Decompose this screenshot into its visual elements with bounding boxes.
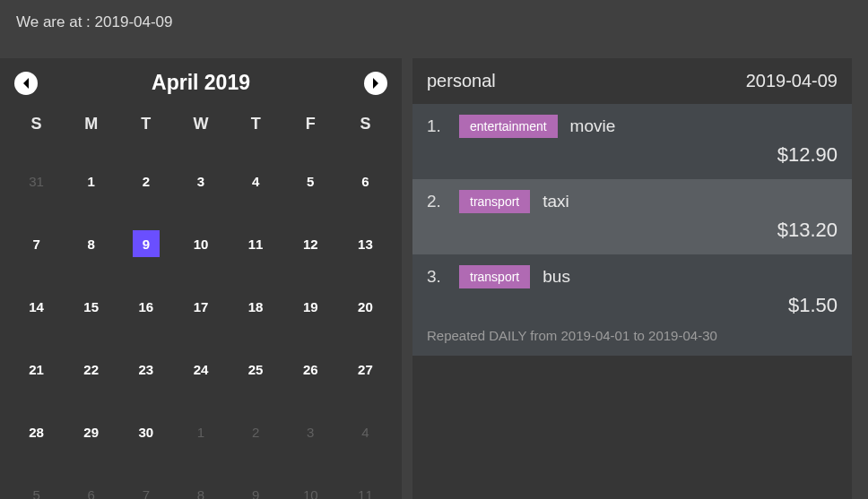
- calendar-day[interactable]: 2: [118, 150, 173, 212]
- calendar-day[interactable]: 6: [64, 463, 118, 499]
- calendar-day-number: 3: [297, 418, 324, 445]
- day-of-week-header: W: [173, 104, 228, 150]
- calendar-day-number: 12: [297, 230, 324, 257]
- calendar-day[interactable]: 15: [64, 275, 118, 338]
- date-indicator: We are at : 2019-04-09: [0, 0, 868, 58]
- calendar-grid: SMTWTFS311234567891011121314151617181920…: [9, 104, 393, 499]
- calendar-day[interactable]: 4: [229, 150, 283, 212]
- calendar-day[interactable]: 18: [229, 275, 283, 338]
- calendar-day[interactable]: 8: [173, 463, 228, 499]
- calendar-day[interactable]: 25: [229, 338, 283, 400]
- calendar-day-number: 20: [352, 293, 378, 320]
- calendar-day[interactable]: 6: [338, 150, 393, 212]
- calendar-day[interactable]: 14: [9, 275, 64, 338]
- calendar-day[interactable]: 5: [283, 150, 338, 212]
- calendar-day[interactable]: 5: [9, 463, 64, 499]
- entry-row[interactable]: 1.entertainmentmovie$12.90: [412, 104, 852, 179]
- entry-repeat-info: Repeated DAILY from 2019-04-01 to 2019-0…: [427, 328, 838, 343]
- calendar-day[interactable]: 20: [338, 275, 393, 338]
- chevron-right-icon: [369, 76, 383, 90]
- calendar-day-number: 9: [133, 230, 160, 257]
- entry-top: 3.transportbus: [427, 265, 838, 288]
- calendar-day[interactable]: 29: [64, 400, 118, 463]
- calendar-day-number: 2: [242, 418, 269, 445]
- entry-row[interactable]: 3.transportbus$1.50Repeated DAILY from 2…: [412, 254, 852, 356]
- calendar-day[interactable]: 9: [118, 212, 173, 275]
- entry-amount: $12.90: [427, 143, 838, 167]
- calendar-day-number: 3: [187, 168, 214, 194]
- calendar-day-number: 25: [242, 356, 269, 383]
- calendar-day[interactable]: 3: [283, 400, 338, 463]
- calendar-day[interactable]: 1: [64, 150, 118, 212]
- calendar-day-number: 19: [297, 293, 324, 320]
- calendar-day-number: 5: [297, 168, 324, 194]
- entries-list: 1.entertainmentmovie$12.902.transporttax…: [412, 104, 852, 356]
- calendar-header: April 2019: [9, 71, 393, 104]
- calendar-day-number: 17: [187, 293, 214, 320]
- day-of-week-header: M: [64, 104, 118, 150]
- calendar-day-number: 4: [352, 418, 378, 445]
- entry-amount: $1.50: [427, 294, 838, 317]
- day-of-week-header: T: [229, 104, 283, 150]
- calendar-day[interactable]: 8: [64, 212, 118, 275]
- calendar-day-number: 10: [297, 481, 324, 499]
- calendar-day-number: 1: [187, 418, 214, 445]
- calendar-day[interactable]: 13: [338, 212, 393, 275]
- chevron-left-icon: [19, 76, 33, 90]
- entries-date: 2019-04-09: [746, 71, 838, 91]
- prev-month-button[interactable]: [14, 72, 38, 95]
- calendar-day[interactable]: 3: [173, 150, 228, 212]
- calendar-day-number: 10: [187, 230, 214, 257]
- calendar-day-number: 31: [23, 168, 50, 194]
- calendar-day[interactable]: 9: [229, 463, 283, 499]
- calendar-day[interactable]: 24: [173, 338, 228, 400]
- main-layout: April 2019 SMTWTFS3112345678910111213141…: [0, 58, 868, 499]
- entry-name: taxi: [542, 192, 569, 211]
- calendar-day[interactable]: 30: [118, 400, 173, 463]
- calendar-day-number: 9: [242, 481, 269, 499]
- calendar-day-number: 1: [78, 168, 105, 194]
- calendar-day-number: 11: [242, 230, 269, 257]
- calendar-title: April 2019: [152, 71, 250, 95]
- calendar-day[interactable]: 11: [229, 212, 283, 275]
- entry-name: bus: [542, 267, 570, 287]
- entry-number: 1.: [427, 116, 447, 136]
- calendar-day[interactable]: 4: [338, 400, 393, 463]
- calendar-day[interactable]: 23: [118, 338, 173, 400]
- entries-panel: personal 2019-04-09 1.entertainmentmovie…: [412, 58, 852, 499]
- calendar-day[interactable]: 10: [283, 463, 338, 499]
- entry-tag: transport: [459, 190, 530, 213]
- calendar-panel: April 2019 SMTWTFS3112345678910111213141…: [0, 58, 402, 499]
- day-of-week-header: F: [283, 104, 338, 150]
- calendar-day[interactable]: 31: [9, 150, 64, 212]
- calendar-day[interactable]: 12: [283, 212, 338, 275]
- calendar-day-number: 30: [133, 418, 160, 445]
- calendar-day[interactable]: 17: [173, 275, 228, 338]
- calendar-day[interactable]: 21: [9, 338, 64, 400]
- calendar-day[interactable]: 16: [118, 275, 173, 338]
- calendar-day[interactable]: 10: [173, 212, 228, 275]
- entry-row[interactable]: 2.transporttaxi$13.20: [412, 179, 852, 254]
- calendar-day[interactable]: 11: [338, 463, 393, 499]
- calendar-day-number: 5: [23, 481, 50, 499]
- calendar-day-number: 8: [187, 481, 214, 499]
- calendar-day[interactable]: 19: [283, 275, 338, 338]
- calendar-day-number: 28: [23, 418, 50, 445]
- next-month-button[interactable]: [364, 72, 387, 95]
- entry-number: 3.: [427, 267, 447, 287]
- calendar-day-number: 15: [78, 293, 105, 320]
- calendar-day[interactable]: 1: [173, 400, 228, 463]
- calendar-day[interactable]: 27: [338, 338, 393, 400]
- calendar-day[interactable]: 7: [118, 463, 173, 499]
- entry-amount: $13.20: [427, 219, 838, 242]
- calendar-day[interactable]: 28: [9, 400, 64, 463]
- calendar-day[interactable]: 22: [64, 338, 118, 400]
- calendar-day[interactable]: 7: [9, 212, 64, 275]
- calendar-day-number: 2: [133, 168, 160, 194]
- calendar-day-number: 22: [78, 356, 105, 383]
- calendar-day[interactable]: 26: [283, 338, 338, 400]
- entry-number: 2.: [427, 192, 447, 211]
- calendar-day-number: 14: [23, 293, 50, 320]
- calendar-day[interactable]: 2: [229, 400, 283, 463]
- calendar-day-number: 29: [78, 418, 105, 445]
